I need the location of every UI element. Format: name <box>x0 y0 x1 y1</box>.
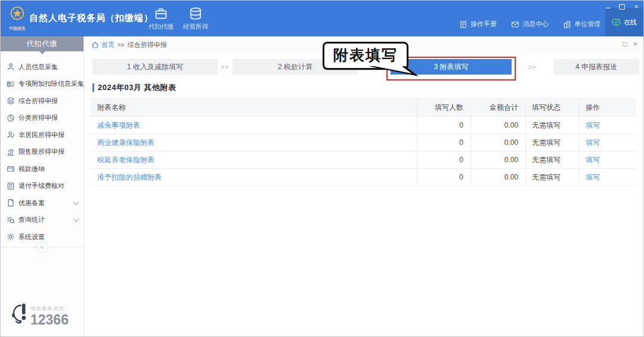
util-label: 操作手册 <box>470 20 497 29</box>
panel-restore-icon[interactable]: □ <box>623 40 627 48</box>
table-cell-3: 无需填写 <box>525 134 579 151</box>
table-name-link[interactable]: 准予扣除的捐赠附表 <box>90 172 417 183</box>
minimize-icon[interactable] <box>604 4 611 10</box>
table-cell-2: 0.00 <box>470 134 525 151</box>
app-title: 自然人电子税务局（扣缴端） <box>29 13 153 24</box>
sidebar-item-label: 人员信息采集 <box>18 63 58 72</box>
section-title-row: 2024年03月 其他附表 <box>92 82 643 93</box>
sidebar-divider: « <box>1 247 83 248</box>
table-cell-1: 0 <box>417 134 470 151</box>
breadcrumb-current: 综合所得申报 <box>128 41 167 50</box>
hotline-number: 12366 <box>30 313 69 327</box>
receipt-icon <box>7 182 15 190</box>
table-header-cell-2: 金额合计 <box>470 99 525 116</box>
sidebar-item-9[interactable]: 查询统计 <box>1 212 83 229</box>
app-header: 中国税务 自然人电子税务局（扣缴端） 代扣代缴经营所得 操作手册消息中心单位管理… <box>1 1 643 36</box>
national-emblem-icon <box>8 5 26 23</box>
annotation-callout: 附表填写 <box>323 42 408 70</box>
logo-caption: 中国税务 <box>7 26 28 32</box>
table-cell-2: 0.00 <box>470 117 525 134</box>
section-title: 2024年03月 其他附表 <box>98 82 177 93</box>
briefcase-icon <box>154 7 168 21</box>
header-util-1[interactable]: 消息中心 <box>511 20 549 29</box>
top-nav-item-1[interactable]: 经营所得 <box>183 7 208 31</box>
online-label: 在线 <box>624 18 637 27</box>
document-icon <box>7 199 15 207</box>
section-accent-bar <box>92 84 94 92</box>
sidebar-item-label: 分类所得申报 <box>18 113 58 122</box>
monitor-check-icon <box>612 18 621 27</box>
sidebar-item-7[interactable]: 退付手续费核对 <box>1 178 83 195</box>
sidebar-collapse-button[interactable]: « <box>36 242 48 253</box>
header-util-0[interactable]: 操作手册 <box>459 20 497 29</box>
sidebar-item-label: 非居民所得申报 <box>18 131 64 140</box>
header-utils: 操作手册消息中心单位管理 <box>459 20 600 29</box>
callout-tail <box>367 66 420 78</box>
chevron-down-icon <box>73 199 79 205</box>
bar-chart-icon <box>7 148 15 156</box>
sidebar-item-2[interactable]: 综合所得申报 <box>1 92 83 110</box>
table-cell-2: 0.00 <box>470 152 525 168</box>
sidebar-item-8[interactable]: 优惠备案 <box>1 194 83 212</box>
top-nav-item-0[interactable]: 代扣代缴 <box>148 7 174 31</box>
id-list-icon <box>7 80 15 88</box>
sidebar-item-3[interactable]: 分类所得申报 <box>1 110 83 127</box>
header-util-2[interactable]: 单位管理 <box>563 20 600 29</box>
sidebar-item-6[interactable]: 税款缴纳 <box>1 160 83 178</box>
step-tab-1[interactable]: 1 收入及减除填写 <box>92 59 218 75</box>
table-action-link[interactable]: 填写 <box>579 134 636 151</box>
table-cell-3: 无需填写 <box>525 117 579 134</box>
pie-chart-icon <box>7 114 15 122</box>
table-row-3: 准予扣除的捐赠附表00.00无需填写填写 <box>90 169 636 186</box>
gear-icon <box>7 233 15 241</box>
sidebar-mode-header: 代扣代缴 <box>1 36 83 51</box>
table-name-link[interactable]: 税延养老保险附表 <box>90 155 417 165</box>
table-row-1: 商业健康保险附表00.00无需填写填写 <box>90 134 636 152</box>
maximize-icon[interactable] <box>618 4 626 10</box>
table-header-row: 附表名称填写人数金额合计填写状态操作 <box>90 99 636 117</box>
table-cell-1: 0 <box>417 117 470 134</box>
table-action-link[interactable]: 填写 <box>579 117 636 134</box>
callout-text: 附表填写 <box>333 47 398 63</box>
sidebar-item-0[interactable]: 人员信息采集 <box>1 58 83 76</box>
sidebar-item-4[interactable]: 非居民所得申报 <box>1 126 83 144</box>
close-icon[interactable]: × <box>633 4 640 10</box>
top-nav: 代扣代缴经营所得 <box>148 7 208 31</box>
main-content: 首页 >> 综合所得申报 □ × 1 收入及减除填写>>2 税款计算>>3 附表… <box>84 36 643 336</box>
step-tab-4[interactable]: 4 申报表报送 <box>553 59 639 75</box>
table-body: 减免事项附表00.00无需填写填写商业健康保险附表00.00无需填写填写税延养老… <box>90 117 636 186</box>
person-outline-icon <box>7 131 15 139</box>
sidebar-item-label: 优惠备案 <box>18 199 45 208</box>
table-name-link[interactable]: 减免事项附表 <box>90 120 417 131</box>
top-nav-label: 经营所得 <box>183 23 208 31</box>
step-wrap-4: 4 申报表报送 <box>553 59 639 75</box>
table-name-link[interactable]: 商业健康保险附表 <box>90 138 417 148</box>
table-cell-3: 无需填写 <box>525 169 579 185</box>
wallet-icon <box>7 165 15 173</box>
sidebar-item-5[interactable]: 限售股所得申报 <box>1 144 83 161</box>
table-row-0: 减免事项附表00.00无需填写填写 <box>90 117 636 134</box>
step-separator: >> <box>512 64 553 70</box>
sidebar-item-label: 税款缴纳 <box>18 165 45 174</box>
table-action-link[interactable]: 填写 <box>579 152 636 168</box>
sidebar-item-label: 专项附加扣除信息采集 <box>18 79 83 88</box>
sidebar-item-label: 退付手续费核对 <box>18 181 64 190</box>
util-label: 单位管理 <box>574 20 600 29</box>
table-cell-1: 0 <box>417 169 470 185</box>
panel-close-icon[interactable]: × <box>633 40 637 48</box>
sidebar: 代扣代缴 人员信息采集专项附加扣除信息采集综合所得申报分类所得申报非居民所得申报… <box>1 36 84 336</box>
coins-icon <box>188 7 203 21</box>
top-nav-label: 代扣代缴 <box>148 23 174 31</box>
sidebar-item-1[interactable]: 专项附加扣除信息采集 <box>1 76 83 93</box>
home-icon <box>91 41 99 49</box>
app-window: 中国税务 自然人电子税务局（扣缴端） 代扣代缴经营所得 操作手册消息中心单位管理… <box>0 0 644 337</box>
step-separator: >> <box>218 64 233 70</box>
table-header-cell-4: 操作 <box>579 99 636 116</box>
sidebar-menu: 人员信息采集专项附加扣除信息采集综合所得申报分类所得申报非居民所得申报限售股所得… <box>1 58 83 246</box>
breadcrumb-home[interactable]: 首页 <box>101 41 114 50</box>
online-status-button[interactable]: 在线 <box>605 8 643 36</box>
table-action-link[interactable]: 填写 <box>579 169 636 185</box>
person-icon <box>7 63 15 71</box>
sidebar-item-label: 查询统计 <box>18 215 45 224</box>
panel-controls: □ × <box>623 40 637 48</box>
